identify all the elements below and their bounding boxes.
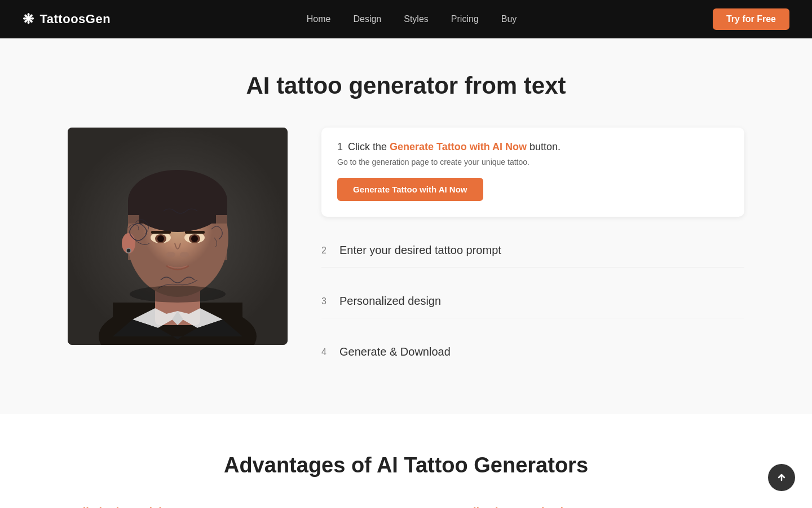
step-4-item: 4 Generate & Download	[321, 335, 744, 369]
advantage-personalized-customization: Personalized customization Users can inp…	[429, 506, 744, 508]
step-3-num: 3	[321, 296, 333, 306]
try-for-free-button[interactable]: Try for Free	[713, 8, 789, 30]
svg-point-19	[180, 252, 189, 257]
step-1-num: 1	[337, 141, 343, 152]
step-3-item: 3 Personalized design	[321, 284, 744, 318]
svg-rect-16	[151, 231, 171, 234]
navbar: ❋ TattoosGen Home Design Styles Pricing …	[0, 0, 812, 38]
step-1-highlight: Generate Tattoo with AI Now	[390, 141, 527, 152]
step-1-title: 1 Click the Generate Tattoo with AI Now …	[337, 141, 729, 153]
nav-design[interactable]: Design	[353, 14, 381, 24]
advantage-unlimited-creativity: Unlimited creativity AI can generate mil…	[68, 506, 383, 508]
advantages-section: Advantages of AI Tattoo Generators Unlim…	[0, 414, 812, 508]
svg-point-18	[166, 252, 175, 257]
nav-home[interactable]: Home	[307, 14, 331, 24]
svg-rect-17	[185, 231, 205, 234]
step-2-num: 2	[321, 246, 333, 256]
advantages-grid: Unlimited creativity AI can generate mil…	[68, 506, 744, 508]
main-section: AI tattoo generator from text	[0, 38, 812, 414]
step-2-text: Enter your desired tattoo prompt	[339, 244, 501, 257]
nav-buy[interactable]: Buy	[501, 14, 517, 24]
nav-links: Home Design Styles Pricing Buy	[307, 14, 517, 24]
arrow-up-icon	[776, 472, 787, 483]
step-3-text: Personalized design	[339, 295, 441, 308]
nav-pricing[interactable]: Pricing	[451, 14, 479, 24]
content-row: 1 Click the Generate Tattoo with AI Now …	[68, 128, 744, 369]
brand-icon: ❋	[23, 11, 34, 27]
advantages-title: Advantages of AI Tattoo Generators	[45, 453, 767, 478]
step-2-item: 2 Enter your desired tattoo prompt	[321, 234, 744, 268]
step-4-text: Generate & Download	[339, 345, 451, 358]
svg-point-22	[130, 286, 226, 303]
steps-column: 1 Click the Generate Tattoo with AI Now …	[321, 128, 744, 369]
svg-point-21	[126, 248, 131, 253]
scroll-to-top-button[interactable]	[768, 464, 795, 491]
advantage-1-heading: Unlimited creativity	[68, 506, 383, 508]
step-1-card: 1 Click the Generate Tattoo with AI Now …	[321, 128, 744, 217]
nav-styles[interactable]: Styles	[404, 14, 429, 24]
step-1-subtitle: Go to the generation page to create your…	[337, 157, 729, 167]
svg-rect-9	[216, 215, 227, 260]
generate-tattoo-button[interactable]: Generate Tattoo with AI Now	[337, 178, 483, 201]
tattoo-portrait-image	[68, 128, 288, 345]
svg-point-15	[191, 235, 198, 242]
svg-point-14	[157, 235, 164, 242]
brand-name: TattoosGen	[40, 12, 111, 27]
hero-title: AI tattoo generator from text	[45, 72, 767, 99]
step-4-num: 4	[321, 347, 333, 357]
brand-logo[interactable]: ❋ TattoosGen	[23, 11, 111, 27]
advantage-2-heading: Personalized customization	[429, 506, 744, 508]
